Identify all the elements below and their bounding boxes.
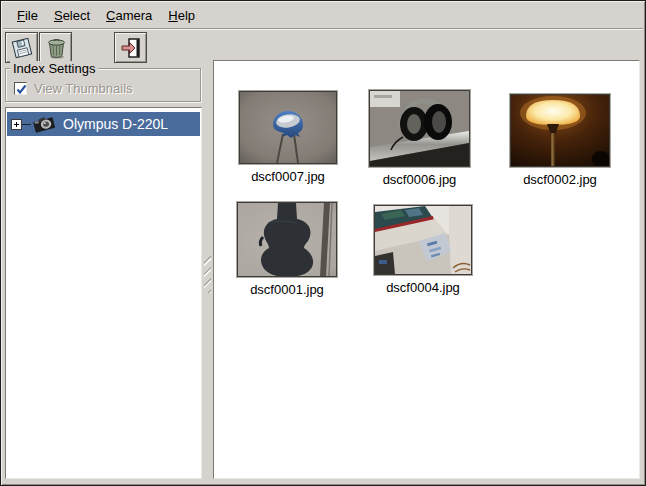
checkmark-icon [15,83,28,96]
menu-item-label: Help [168,8,195,23]
thumbnail-image-dscf0007[interactable] [238,90,338,165]
view-thumbnails-checkbox[interactable] [14,82,27,95]
save-icon [10,36,34,60]
index-settings-frame: Index Settings View Thumbnails [5,68,201,102]
thumbnail-image-dscf0002[interactable] [509,93,611,168]
menu-item-camera[interactable]: Camera [98,5,160,26]
menu-item-help[interactable]: Help [160,5,203,26]
thumbnail-label: dscf0004.jpg [386,280,460,295]
thumbnail-image-dscf0006[interactable] [368,89,471,168]
menu-item-label: Select [54,8,90,23]
thumbnail-label: dscf0002.jpg [523,172,597,187]
thumbnail-item: dscf0001.jpg [236,201,338,297]
menubar: File Select Camera Help [3,3,643,29]
thumbnail-panel: dscf0007.jpg [213,60,640,479]
thumbnail-image-dscf0004[interactable] [373,204,473,276]
exit-button[interactable] [114,32,147,63]
thumbnail-label: dscf0007.jpg [251,169,325,184]
splitter-grip-icon[interactable] [204,255,211,293]
checkbox-label: View Thumbnails [34,81,133,96]
thumbnail-label: dscf0001.jpg [250,282,324,297]
tree-branch-line [22,124,31,125]
save-button[interactable] [5,32,38,63]
thumbnail-label: dscf0006.jpg [383,172,457,187]
expander-plus-icon[interactable] [11,119,22,130]
thumbnail-item: dscf0004.jpg [373,204,473,295]
camera-icon [31,115,57,133]
view-thumbnails-row: View Thumbnails [14,81,133,96]
menu-item-select[interactable]: Select [46,5,98,26]
thumbnail-item: dscf0006.jpg [368,89,471,187]
thumbnail-item: dscf0002.jpg [509,93,611,187]
tree-row-camera[interactable]: Olympus D-220L [7,112,200,136]
thumbnail-item: dscf0007.jpg [238,90,338,184]
menu-item-label: File [17,8,38,23]
menu-item-file[interactable]: File [9,5,46,26]
thumbnail-image-dscf0001[interactable] [236,201,338,278]
camera-tree[interactable]: Olympus D-220L [5,107,202,479]
tree-item-label: Olympus D-220L [63,116,168,132]
exit-icon [119,36,143,60]
gtkam-window: File Select Camera Help [0,0,646,486]
toolbar [3,30,643,64]
pane-splitter[interactable] [203,60,212,479]
delete-button[interactable] [39,32,72,63]
frame-title: Index Settings [10,61,98,76]
trash-icon [44,36,68,60]
menu-item-label: Camera [106,8,152,23]
